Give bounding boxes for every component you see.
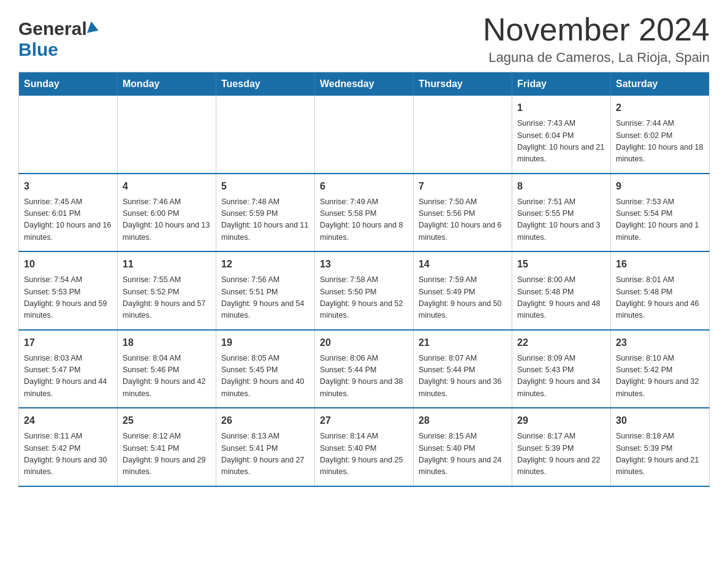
day-number: 1 bbox=[517, 101, 605, 115]
day-number: 24 bbox=[24, 413, 112, 428]
calendar-cell: 25Sunrise: 8:12 AMSunset: 5:41 PMDayligh… bbox=[118, 408, 216, 486]
day-number: 23 bbox=[616, 335, 704, 350]
day-number: 7 bbox=[419, 179, 507, 194]
day-number: 27 bbox=[320, 413, 408, 428]
calendar-week-5: 24Sunrise: 8:11 AMSunset: 5:42 PMDayligh… bbox=[19, 408, 710, 486]
calendar-cell: 13Sunrise: 7:58 AMSunset: 5:50 PMDayligh… bbox=[315, 251, 414, 330]
calendar-cell: 22Sunrise: 8:09 AMSunset: 5:43 PMDayligh… bbox=[512, 330, 611, 408]
calendar-week-4: 17Sunrise: 8:03 AMSunset: 5:47 PMDayligh… bbox=[19, 330, 710, 408]
day-number: 26 bbox=[221, 413, 309, 428]
day-number: 19 bbox=[221, 335, 309, 350]
day-info: Sunrise: 7:56 AMSunset: 5:51 PMDaylight:… bbox=[221, 274, 309, 322]
calendar-cell bbox=[19, 96, 118, 174]
calendar-cell: 3Sunrise: 7:45 AMSunset: 6:01 PMDaylight… bbox=[19, 174, 118, 252]
day-number: 22 bbox=[517, 335, 605, 350]
calendar-cell: 6Sunrise: 7:49 AMSunset: 5:58 PMDaylight… bbox=[315, 174, 414, 252]
day-info: Sunrise: 8:13 AMSunset: 5:41 PMDaylight:… bbox=[221, 431, 309, 478]
logo-general-text: General bbox=[18, 18, 87, 39]
calendar-cell: 10Sunrise: 7:54 AMSunset: 5:53 PMDayligh… bbox=[19, 251, 118, 330]
calendar-cell: 4Sunrise: 7:46 AMSunset: 6:00 PMDaylight… bbox=[118, 174, 216, 252]
day-info: Sunrise: 8:01 AMSunset: 5:48 PMDaylight:… bbox=[616, 274, 704, 322]
calendar-table: SundayMondayTuesdayWednesdayThursdayFrid… bbox=[18, 72, 710, 487]
day-info: Sunrise: 7:51 AMSunset: 5:55 PMDaylight:… bbox=[517, 196, 605, 244]
calendar-cell: 21Sunrise: 8:07 AMSunset: 5:44 PMDayligh… bbox=[414, 330, 512, 408]
day-info: Sunrise: 8:07 AMSunset: 5:44 PMDaylight:… bbox=[419, 353, 507, 400]
calendar-header-wednesday: Wednesday bbox=[315, 72, 414, 96]
calendar-cell: 29Sunrise: 8:17 AMSunset: 5:39 PMDayligh… bbox=[512, 408, 611, 486]
day-number: 9 bbox=[616, 179, 704, 194]
day-info: Sunrise: 8:05 AMSunset: 5:45 PMDaylight:… bbox=[221, 353, 309, 400]
day-info: Sunrise: 7:48 AMSunset: 5:59 PMDaylight:… bbox=[221, 196, 309, 244]
calendar-cell bbox=[118, 96, 216, 174]
day-info: Sunrise: 8:06 AMSunset: 5:44 PMDaylight:… bbox=[320, 353, 408, 400]
day-info: Sunrise: 8:15 AMSunset: 5:40 PMDaylight:… bbox=[419, 431, 507, 478]
calendar-cell: 23Sunrise: 8:10 AMSunset: 5:42 PMDayligh… bbox=[611, 330, 710, 408]
day-number: 29 bbox=[517, 413, 605, 428]
day-number: 2 bbox=[616, 101, 704, 115]
calendar-header-saturday: Saturday bbox=[611, 72, 710, 96]
calendar-cell bbox=[414, 96, 512, 174]
calendar-cell: 27Sunrise: 8:14 AMSunset: 5:40 PMDayligh… bbox=[315, 408, 414, 486]
day-number: 6 bbox=[320, 179, 408, 194]
day-info: Sunrise: 7:53 AMSunset: 5:54 PMDaylight:… bbox=[616, 196, 704, 244]
title-block: November 2024 Laguna de Cameros, La Rioj… bbox=[483, 12, 710, 66]
day-info: Sunrise: 7:45 AMSunset: 6:01 PMDaylight:… bbox=[24, 196, 112, 244]
calendar-cell: 5Sunrise: 7:48 AMSunset: 5:59 PMDaylight… bbox=[216, 174, 315, 252]
day-number: 15 bbox=[517, 257, 605, 272]
calendar-cell: 1Sunrise: 7:43 AMSunset: 6:04 PMDaylight… bbox=[512, 96, 611, 174]
day-number: 14 bbox=[419, 257, 507, 272]
calendar-cell: 26Sunrise: 8:13 AMSunset: 5:41 PMDayligh… bbox=[216, 408, 315, 486]
calendar-cell: 12Sunrise: 7:56 AMSunset: 5:51 PMDayligh… bbox=[216, 251, 315, 330]
day-number: 20 bbox=[320, 335, 408, 350]
calendar-cell: 2Sunrise: 7:44 AMSunset: 6:02 PMDaylight… bbox=[611, 96, 710, 174]
calendar-header-friday: Friday bbox=[512, 72, 611, 96]
day-info: Sunrise: 8:11 AMSunset: 5:42 PMDaylight:… bbox=[24, 431, 112, 478]
day-info: Sunrise: 8:04 AMSunset: 5:46 PMDaylight:… bbox=[123, 353, 211, 400]
day-number: 17 bbox=[24, 335, 112, 350]
day-number: 28 bbox=[419, 413, 507, 428]
day-number: 25 bbox=[123, 413, 211, 428]
calendar-header-monday: Monday bbox=[118, 72, 216, 96]
day-info: Sunrise: 7:46 AMSunset: 6:00 PMDaylight:… bbox=[123, 196, 211, 244]
calendar-cell: 7Sunrise: 7:50 AMSunset: 5:56 PMDaylight… bbox=[414, 174, 512, 252]
day-info: Sunrise: 8:14 AMSunset: 5:40 PMDaylight:… bbox=[320, 431, 408, 478]
calendar-week-1: 1Sunrise: 7:43 AMSunset: 6:04 PMDaylight… bbox=[19, 96, 710, 174]
day-info: Sunrise: 8:10 AMSunset: 5:42 PMDaylight:… bbox=[616, 353, 704, 400]
day-info: Sunrise: 8:00 AMSunset: 5:48 PMDaylight:… bbox=[517, 274, 605, 322]
calendar-cell: 14Sunrise: 7:59 AMSunset: 5:49 PMDayligh… bbox=[414, 251, 512, 330]
location-title: Laguna de Cameros, La Rioja, Spain bbox=[483, 50, 710, 66]
day-info: Sunrise: 7:59 AMSunset: 5:49 PMDaylight:… bbox=[419, 274, 507, 322]
calendar-cell: 8Sunrise: 7:51 AMSunset: 5:55 PMDaylight… bbox=[512, 174, 611, 252]
logo: General Blue bbox=[18, 18, 99, 60]
calendar-week-3: 10Sunrise: 7:54 AMSunset: 5:53 PMDayligh… bbox=[19, 251, 710, 330]
day-number: 16 bbox=[616, 257, 704, 272]
calendar-cell: 30Sunrise: 8:18 AMSunset: 5:39 PMDayligh… bbox=[611, 408, 710, 486]
day-number: 11 bbox=[123, 257, 211, 272]
calendar-cell: 19Sunrise: 8:05 AMSunset: 5:45 PMDayligh… bbox=[216, 330, 315, 408]
day-number: 12 bbox=[221, 257, 309, 272]
calendar-cell: 17Sunrise: 8:03 AMSunset: 5:47 PMDayligh… bbox=[19, 330, 118, 408]
calendar-cell: 20Sunrise: 8:06 AMSunset: 5:44 PMDayligh… bbox=[315, 330, 414, 408]
day-number: 4 bbox=[123, 179, 211, 194]
day-info: Sunrise: 7:43 AMSunset: 6:04 PMDaylight:… bbox=[517, 118, 605, 166]
day-info: Sunrise: 7:58 AMSunset: 5:50 PMDaylight:… bbox=[320, 274, 408, 322]
day-info: Sunrise: 8:09 AMSunset: 5:43 PMDaylight:… bbox=[517, 353, 605, 400]
calendar-header-thursday: Thursday bbox=[414, 72, 512, 96]
calendar-cell: 9Sunrise: 7:53 AMSunset: 5:54 PMDaylight… bbox=[611, 174, 710, 252]
day-number: 8 bbox=[517, 179, 605, 194]
day-number: 3 bbox=[24, 179, 112, 194]
day-info: Sunrise: 8:03 AMSunset: 5:47 PMDaylight:… bbox=[24, 353, 112, 400]
logo-arrow-icon bbox=[87, 21, 100, 36]
day-info: Sunrise: 7:49 AMSunset: 5:58 PMDaylight:… bbox=[320, 196, 408, 244]
day-info: Sunrise: 8:18 AMSunset: 5:39 PMDaylight:… bbox=[616, 431, 704, 478]
day-info: Sunrise: 8:12 AMSunset: 5:41 PMDaylight:… bbox=[123, 431, 211, 478]
day-info: Sunrise: 7:50 AMSunset: 5:56 PMDaylight:… bbox=[419, 196, 507, 244]
calendar-cell: 18Sunrise: 8:04 AMSunset: 5:46 PMDayligh… bbox=[118, 330, 216, 408]
calendar-header-tuesday: Tuesday bbox=[216, 72, 315, 96]
calendar-cell bbox=[315, 96, 414, 174]
day-info: Sunrise: 7:44 AMSunset: 6:02 PMDaylight:… bbox=[616, 118, 704, 166]
day-number: 21 bbox=[419, 335, 507, 350]
calendar-cell: 16Sunrise: 8:01 AMSunset: 5:48 PMDayligh… bbox=[611, 251, 710, 330]
calendar-cell: 15Sunrise: 8:00 AMSunset: 5:48 PMDayligh… bbox=[512, 251, 611, 330]
calendar-week-2: 3Sunrise: 7:45 AMSunset: 6:01 PMDaylight… bbox=[19, 174, 710, 252]
